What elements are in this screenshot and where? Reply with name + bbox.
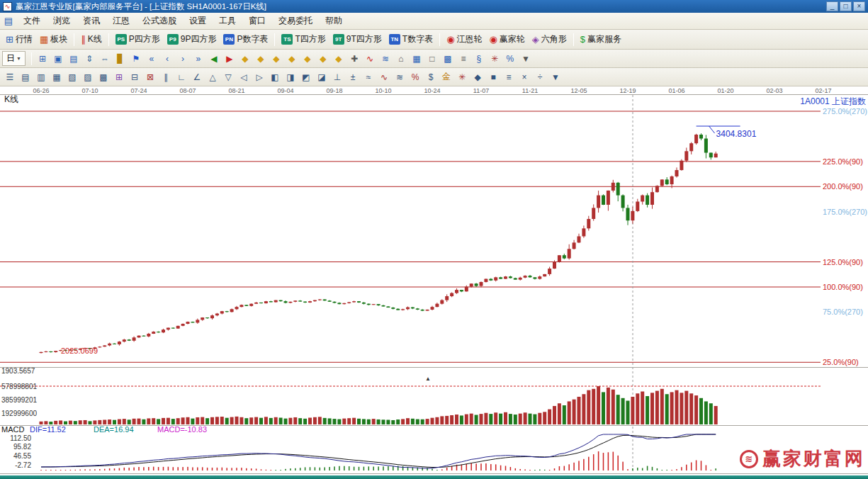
draw-tool-icon-18[interactable]: ◨ <box>283 70 298 84</box>
view-tool-icon-1[interactable]: ▣ <box>51 52 65 66</box>
menu-news[interactable]: 资讯 <box>77 13 106 29</box>
toolbar-item-9p-square[interactable]: P99P四方形 <box>164 32 220 47</box>
view-tool-icon-15[interactable]: ◆ <box>269 52 283 66</box>
view-tool-icon-3[interactable]: ⇕ <box>82 52 96 66</box>
macd-histogram-bar <box>373 467 374 470</box>
view-tool-icon-7[interactable]: « <box>145 52 159 66</box>
draw-tool-icon-22[interactable]: ± <box>346 70 360 84</box>
view-tool-icon-2[interactable]: ▤ <box>67 52 81 66</box>
view-tool-icon-5[interactable]: ▊ <box>113 52 128 66</box>
menu-window[interactable]: 窗口 <box>242 13 272 29</box>
draw-tool-icon-35[interactable]: ▼ <box>548 70 563 84</box>
menu-file[interactable]: 文件 <box>17 13 47 29</box>
symbol-label[interactable]: 1A0001 上证指数 <box>800 96 866 106</box>
draw-tool-icon-3[interactable]: ▦ <box>50 70 64 84</box>
view-tool-icon-28[interactable]: § <box>472 52 486 66</box>
period-selector[interactable]: 日 ▼ <box>2 51 26 66</box>
view-tool-icon-12[interactable]: ▶ <box>222 52 237 66</box>
minimize-button[interactable]: _ <box>826 1 838 11</box>
toolbar-item-winner-wheel[interactable]: ◉赢家轮 <box>485 32 528 47</box>
main-chart[interactable]: 275.0%(270)225.0%(90)200.0%(90)175.0%(27… <box>0 86 868 475</box>
draw-tool-icon-23[interactable]: ≈ <box>361 70 376 84</box>
menu-settings[interactable]: 设置 <box>183 13 213 29</box>
close-button[interactable]: × <box>853 1 865 11</box>
draw-tool-icon-26[interactable]: % <box>408 70 422 84</box>
draw-tool-icon-16[interactable]: ▷ <box>252 70 266 84</box>
draw-tool-icon-31[interactable]: ■ <box>486 70 500 84</box>
volume-bar <box>421 419 424 424</box>
menu-help[interactable]: 帮助 <box>319 13 349 29</box>
draw-tool-icon-5[interactable]: ▨ <box>81 70 95 84</box>
view-tool-icon-8[interactable]: ‹ <box>160 52 174 66</box>
toolbar-item-quotes[interactable]: ⊞行情 <box>2 32 36 47</box>
draw-tool-icon-4[interactable]: ▧ <box>65 70 79 84</box>
view-tool-icon-21[interactable]: ∿ <box>363 52 377 66</box>
view-tool-icon-11[interactable]: ◀ <box>207 52 221 66</box>
draw-tool-icon-32[interactable]: ≡ <box>502 70 516 84</box>
toolbar-item-winner-service[interactable]: $赢家服务 <box>577 32 625 47</box>
toolbar-item-t-number-table[interactable]: TNT数字表 <box>385 32 436 47</box>
view-tool-icon-29[interactable]: ✳ <box>487 52 502 66</box>
view-tool-icon-9[interactable]: › <box>176 52 190 66</box>
draw-tool-icon-6[interactable]: ▩ <box>96 70 111 84</box>
draw-tool-icon-25[interactable]: ≋ <box>393 70 407 84</box>
draw-tool-icon-9[interactable]: ⊠ <box>143 70 157 84</box>
draw-tool-icon-2[interactable]: ▥ <box>34 70 48 84</box>
toolbar-item-sectors[interactable]: ▦板块 <box>36 32 71 47</box>
toolbar-item-p-number-table[interactable]: PNP数字表 <box>220 32 271 47</box>
draw-tool-icon-27[interactable]: $ <box>424 70 438 84</box>
toolbar-item-p-square[interactable]: PSP四方形 <box>112 32 164 47</box>
draw-tool-icon-11[interactable]: ∟ <box>174 70 188 84</box>
view-tool-icon-13[interactable]: ◆ <box>238 52 252 66</box>
draw-tool-icon-30[interactable]: ◆ <box>470 70 485 84</box>
view-tool-icon-10[interactable]: » <box>191 52 205 66</box>
maximize-button[interactable]: □ <box>840 1 852 11</box>
view-tool-icon-27[interactable]: ≡ <box>456 52 470 66</box>
draw-tool-icon-24[interactable]: ∿ <box>377 70 391 84</box>
draw-tool-icon-19[interactable]: ◩ <box>299 70 313 84</box>
menu-gann[interactable]: 江恩 <box>106 13 136 29</box>
view-tool-icon-18[interactable]: ◆ <box>316 52 330 66</box>
view-tool-icon-0[interactable]: ⊞ <box>35 52 50 66</box>
view-tool-icon-16[interactable]: ◆ <box>285 52 299 66</box>
draw-tool-icon-21[interactable]: ⊥ <box>330 70 344 84</box>
view-tool-icon-14[interactable]: ◆ <box>254 52 268 66</box>
toolbar-item-9t-square[interactable]: 9T9T四方形 <box>329 32 385 47</box>
view-tool-icon-19[interactable]: ◆ <box>332 52 346 66</box>
view-tool-icon-22[interactable]: ≋ <box>378 52 393 66</box>
draw-tool-icon-14[interactable]: ▽ <box>221 70 235 84</box>
view-tool-icon-25[interactable]: □ <box>425 52 439 66</box>
view-tool-icon-26[interactable]: ▩ <box>441 52 455 66</box>
draw-tool-icon-8[interactable]: ⊟ <box>128 70 142 84</box>
draw-tool-icon-33[interactable]: × <box>517 70 531 84</box>
view-tool-icon-24[interactable]: ▦ <box>410 52 424 66</box>
menu-formula-stock-pick[interactable]: 公式选股 <box>136 13 183 29</box>
draw-tool-icon-15[interactable]: ◁ <box>237 70 251 84</box>
draw-tool-icon-7[interactable]: ⊞ <box>112 70 126 84</box>
volume-bar <box>142 419 145 424</box>
menu-browse[interactable]: 浏览 <box>47 13 77 29</box>
view-tool-icon-31[interactable]: ▼ <box>519 52 533 66</box>
draw-tool-icon-20[interactable]: ◪ <box>315 70 329 84</box>
view-tool-icon-23[interactable]: ⌂ <box>394 52 408 66</box>
draw-tool-icon-12[interactable]: ∠ <box>190 70 204 84</box>
toolbar-item-t-square[interactable]: TST四方形 <box>278 32 329 47</box>
view-tool-icon-4[interactable]: ⇔ <box>98 52 112 66</box>
draw-tool-icon-34[interactable]: ÷ <box>533 70 547 84</box>
draw-tool-icon-13[interactable]: △ <box>205 70 220 84</box>
draw-tool-icon-17[interactable]: ◧ <box>268 70 282 84</box>
toolbar-item-kline[interactable]: ∥K线 <box>77 32 106 47</box>
draw-tool-icon-0[interactable]: ☰ <box>3 70 17 84</box>
view-tool-icon-6[interactable]: ⚑ <box>129 52 143 66</box>
draw-tool-icon-29[interactable]: ✳ <box>455 70 469 84</box>
view-tool-icon-17[interactable]: ◆ <box>300 52 315 66</box>
draw-tool-icon-1[interactable]: ▤ <box>18 70 33 84</box>
draw-tool-icon-28[interactable]: 金 <box>439 70 453 84</box>
view-tool-icon-30[interactable]: % <box>503 52 517 66</box>
menu-trade-order[interactable]: 交易委托 <box>272 13 319 29</box>
draw-tool-icon-10[interactable]: ∥ <box>159 70 173 84</box>
menu-tools[interactable]: 工具 <box>213 13 242 29</box>
toolbar-item-hexagon[interactable]: ◈六角形 <box>529 32 570 47</box>
view-tool-icon-20[interactable]: ✚ <box>347 52 361 66</box>
toolbar-item-gann-wheel[interactable]: ◉江恩轮 <box>443 32 485 47</box>
